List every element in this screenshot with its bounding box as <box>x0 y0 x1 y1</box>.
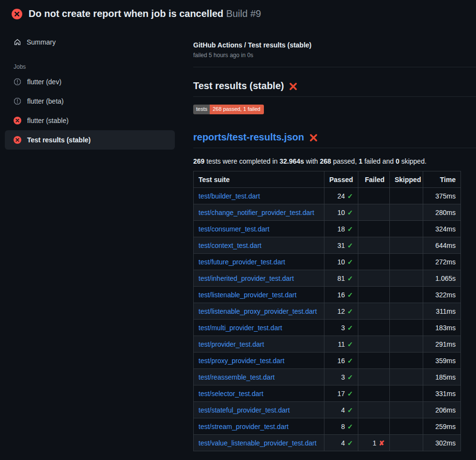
passed-cell: 16 <box>324 353 358 369</box>
skipped-cell <box>390 402 423 418</box>
time-cell: 1.065s <box>423 270 461 287</box>
tests-badge: tests268 passed, 1 failed <box>193 105 264 114</box>
time-cell: 331ms <box>423 385 461 402</box>
count-value: 17 <box>338 390 345 398</box>
column-header-passed: Passed <box>324 171 358 188</box>
test-suite-link[interactable]: test/stream_provider_test.dart <box>199 423 289 430</box>
test-suite-link[interactable]: test/selector_test.dart <box>199 390 263 398</box>
job-label: flutter (beta) <box>27 97 63 105</box>
test-suite-link[interactable]: test/listenable_provider_test.dart <box>199 291 296 299</box>
build-number: Build #9 <box>226 8 261 19</box>
table-row: test/stream_provider_test.dart8259ms <box>194 418 461 435</box>
test-suite-link[interactable]: test/inherited_provider_test.dart <box>199 275 294 282</box>
table-row: test/consumer_test.dart18324ms <box>194 221 461 237</box>
test-suite-link[interactable]: test/future_provider_test.dart <box>199 258 285 266</box>
passed-cell: 31 <box>324 237 358 254</box>
skipped-cell <box>390 254 423 270</box>
failed-cell <box>358 320 390 336</box>
check-icon <box>345 423 353 430</box>
test-suite-link[interactable]: test/context_test.dart <box>199 242 261 249</box>
check-icon <box>345 324 353 332</box>
check-icon <box>345 275 353 282</box>
time-cell: 311ms <box>423 303 461 320</box>
failed-cell <box>358 287 390 303</box>
duration: 32.964s <box>279 157 304 165</box>
check-icon <box>345 406 353 414</box>
skipped-count: 0 <box>396 157 399 165</box>
count-value: 10 <box>338 209 345 216</box>
failed-x-circle-icon <box>12 9 22 19</box>
failed-cell <box>358 385 390 402</box>
divider <box>193 67 476 67</box>
check-icon <box>345 209 353 216</box>
time-cell: 375ms <box>423 188 461 204</box>
jobs-heading: Jobs <box>14 63 175 70</box>
report-file-link[interactable]: reports/test-results.json <box>193 132 304 143</box>
check-icon <box>345 291 353 299</box>
test-suite-cell: test/listenable_provider_test.dart <box>194 287 324 303</box>
check-icon <box>345 439 353 447</box>
check-icon <box>345 340 353 348</box>
time-cell: 359ms <box>423 353 461 369</box>
failed-cell <box>358 369 390 385</box>
test-suite-cell: test/stream_provider_test.dart <box>194 418 324 435</box>
test-suite-cell: test/change_notifier_provider_test.dart <box>194 204 324 221</box>
sidebar-item-test-results-stable[interactable]: Test results (stable) <box>5 130 175 150</box>
badge-label: tests <box>193 105 210 114</box>
test-suite-link[interactable]: test/listenable_proxy_provider_test.dart <box>199 307 317 315</box>
column-header-skipped: Skipped <box>390 171 423 188</box>
passed-cell: 18 <box>324 221 358 237</box>
table-row: test/selector_test.dart17331ms <box>194 385 461 402</box>
test-suite-link[interactable]: test/reassemble_test.dart <box>199 373 275 381</box>
report-heading: reports/test-results.json <box>193 132 476 148</box>
test-suite-cell: test/stateful_provider_test.dart <box>194 402 324 418</box>
build-header: Do not create report when job is cancell… <box>0 0 476 24</box>
job-label: flutter (stable) <box>27 117 69 124</box>
table-row: test/stateful_provider_test.dart4206ms <box>194 402 461 418</box>
test-suite-link[interactable]: test/provider_test.dart <box>199 340 264 348</box>
count-value: 18 <box>338 225 345 233</box>
test-suite-cell: test/consumer_test.dart <box>194 221 324 237</box>
sidebar-item-flutter-dev[interactable]: flutter (dev) <box>5 72 175 92</box>
skipped-cell <box>390 353 423 369</box>
cancelled-stop-icon <box>14 78 21 86</box>
test-suite-link[interactable]: test/proxy_provider_test.dart <box>199 357 284 365</box>
time-cell: 206ms <box>423 402 461 418</box>
passed-cell: 10 <box>324 204 358 221</box>
test-suite-link[interactable]: test/builder_test.dart <box>199 192 260 200</box>
count-value: 31 <box>338 242 345 249</box>
time-cell: 259ms <box>423 418 461 435</box>
table-row: test/provider_test.dart11291ms <box>194 336 461 353</box>
table-row: test/listenable_provider_test.dart16322m… <box>194 287 461 303</box>
time-cell: 185ms <box>423 369 461 385</box>
column-header-failed: Failed <box>358 171 390 188</box>
test-suite-link[interactable]: test/stateful_provider_test.dart <box>199 406 290 414</box>
section-heading-text: Test results (stable) <box>193 80 284 92</box>
test-suite-link[interactable]: test/multi_provider_test.dart <box>199 324 282 332</box>
total-count: 269 <box>193 157 204 165</box>
check-icon <box>345 307 353 315</box>
test-suite-cell: test/listenable_proxy_provider_test.dart <box>194 303 324 320</box>
test-suite-link[interactable]: test/value_listenable_provider_test.dart <box>199 439 317 447</box>
test-suite-link[interactable]: test/consumer_test.dart <box>199 225 269 233</box>
summary-label: Summary <box>27 38 56 46</box>
time-cell: 302ms <box>423 435 461 451</box>
test-suite-link[interactable]: test/change_notifier_provider_test.dart <box>199 209 314 216</box>
sidebar-item-summary[interactable]: Summary <box>5 35 175 49</box>
failed-x-icon <box>309 133 318 142</box>
home-icon <box>14 38 21 46</box>
job-label: Test results (stable) <box>27 136 91 144</box>
skipped-cell <box>390 385 423 402</box>
count-value: 11 <box>338 340 345 348</box>
passed-cell: 12 <box>324 303 358 320</box>
badge-value: 268 passed, 1 failed <box>210 105 263 114</box>
passed-cell: 81 <box>324 270 358 287</box>
check-icon <box>345 192 353 200</box>
test-suite-cell: test/provider_test.dart <box>194 336 324 353</box>
passed-cell: 11 <box>324 336 358 353</box>
passed-cell: 4 <box>324 402 358 418</box>
check-icon <box>345 373 353 381</box>
table-row: test/future_provider_test.dart10272ms <box>194 254 461 270</box>
sidebar-item-flutter-beta[interactable]: flutter (beta) <box>5 92 175 111</box>
sidebar-item-flutter-stable[interactable]: flutter (stable) <box>5 111 175 130</box>
